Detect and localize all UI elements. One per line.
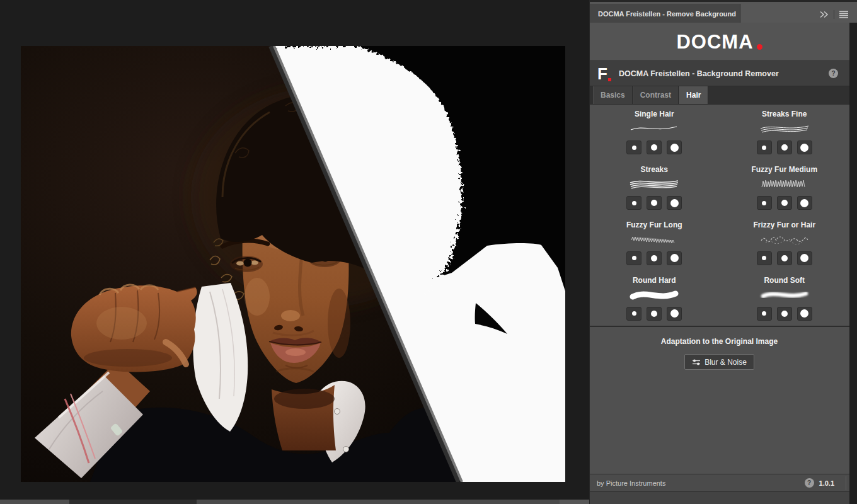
brush-size-small-button[interactable] xyxy=(757,196,772,210)
brush-group-streaks: Streaks xyxy=(589,160,720,215)
brush-size-medium-button[interactable] xyxy=(777,251,792,265)
blur-noise-button-label: Blur & Noise xyxy=(705,358,747,367)
brush-label: Streaks xyxy=(641,165,668,174)
brush-preview-fuzzy-fur-medium-icon xyxy=(758,176,811,192)
adaptation-section: Adaptation to the Original Image Blur & … xyxy=(589,326,849,474)
brush-preview-frizzy-fur-or-hair-icon xyxy=(758,232,811,247)
app-window: DOCMA Freistellen - Remove Background DO… xyxy=(0,0,857,504)
footer-help-icon[interactable]: ? xyxy=(805,478,814,488)
brush-size-small-button[interactable] xyxy=(757,307,772,321)
brush-size-small-button[interactable] xyxy=(626,251,641,265)
tab-strip: Basics Contrast Hair xyxy=(589,86,849,105)
brush-size-large-button[interactable] xyxy=(797,140,812,154)
docma-logo-red-dot-icon xyxy=(757,44,762,50)
brush-size-large-button[interactable] xyxy=(667,140,682,154)
tab-hair[interactable]: Hair xyxy=(679,86,708,104)
hair-brush-grid: Single Hair Streaks Fine xyxy=(589,105,849,326)
panel-tab[interactable]: DOCMA Freistellen - Remove Background xyxy=(589,4,740,25)
brush-preview-single-hair-icon xyxy=(628,121,681,136)
brush-label: Fuzzy Fur Medium xyxy=(751,165,817,174)
brush-size-medium-button[interactable] xyxy=(647,140,662,154)
panel-tab-title: DOCMA Freistellen - Remove Background xyxy=(598,10,736,18)
brush-label: Frizzy Fur or Hair xyxy=(753,220,815,229)
logo-area: DOCMA xyxy=(589,23,849,60)
panel-menu-icon[interactable] xyxy=(839,11,848,18)
docma-logo: DOCMA xyxy=(676,32,762,52)
brush-preview-fuzzy-fur-long-icon xyxy=(628,232,681,247)
version-label: 1.0.1 xyxy=(819,479,834,487)
docma-logo-text: DOCMA xyxy=(676,32,753,52)
brush-group-streaks-fine: Streaks Fine xyxy=(720,105,850,160)
document-canvas-image[interactable] xyxy=(21,46,565,482)
freistellen-f-icon: F xyxy=(597,66,613,82)
brush-group-fuzzy-fur-long: Fuzzy Fur Long xyxy=(589,215,720,271)
brush-preview-round-hard-icon xyxy=(628,287,681,302)
credit-text: by Picture Instruments xyxy=(597,479,665,487)
brush-label: Fuzzy Fur Long xyxy=(626,220,682,229)
plugin-panel: DOCMA Freistellen - Remove Background DO… xyxy=(589,0,857,504)
brush-group-single-hair: Single Hair xyxy=(589,105,720,160)
panel-right-edge xyxy=(849,23,857,504)
brush-size-small-button[interactable] xyxy=(757,251,772,265)
brush-size-large-button[interactable] xyxy=(667,307,682,321)
brush-preview-streaks-fine-icon xyxy=(758,121,811,136)
footer-divider xyxy=(846,476,846,490)
brush-size-small-button[interactable] xyxy=(626,140,641,154)
panel-footer: by Picture Instruments ? 1.0.1 xyxy=(589,474,849,492)
header-separator xyxy=(834,10,834,19)
help-icon[interactable]: ? xyxy=(829,69,838,78)
brush-label: Round Soft xyxy=(764,276,805,285)
brush-size-large-button[interactable] xyxy=(667,251,682,265)
brush-size-medium-button[interactable] xyxy=(777,307,792,321)
plugin-title: DOCMA Freistellen - Background Remover xyxy=(619,69,779,78)
brush-group-round-soft: Round Soft xyxy=(720,270,850,326)
brush-group-fuzzy-fur-medium: Fuzzy Fur Medium xyxy=(720,160,850,215)
brush-size-medium-button[interactable] xyxy=(647,251,662,265)
tab-contrast[interactable]: Contrast xyxy=(633,86,679,104)
adaptation-heading: Adaptation to the Original Image xyxy=(661,337,778,346)
tab-basics[interactable]: Basics xyxy=(593,86,633,104)
brush-label: Single Hair xyxy=(635,110,674,118)
brush-group-round-hard: Round Hard xyxy=(589,270,720,326)
brush-group-frizzy-fur-or-hair: Frizzy Fur or Hair xyxy=(720,215,850,271)
brush-preview-streaks-icon xyxy=(628,176,681,192)
brush-size-large-button[interactable] xyxy=(797,251,812,265)
brush-size-large-button[interactable] xyxy=(797,196,812,210)
brush-size-small-button[interactable] xyxy=(757,140,772,154)
brush-size-small-button[interactable] xyxy=(626,196,641,210)
panel-left-border xyxy=(589,0,590,504)
blur-noise-button[interactable]: Blur & Noise xyxy=(684,354,754,370)
horizontal-scrollbar[interactable] xyxy=(0,500,589,504)
panel-header-bar: DOCMA Freistellen - Remove Background xyxy=(589,0,857,23)
brush-size-medium-button[interactable] xyxy=(647,196,662,210)
panel-bottom-strip xyxy=(589,492,849,504)
brush-size-large-button[interactable] xyxy=(667,196,682,210)
plugin-title-row: F DOCMA Freistellen - Background Remover… xyxy=(589,60,849,86)
sliders-icon xyxy=(692,358,701,366)
before-after-split-preview xyxy=(21,46,565,482)
brush-size-medium-button[interactable] xyxy=(777,140,792,154)
document-canvas[interactable] xyxy=(0,0,589,504)
brush-size-medium-button[interactable] xyxy=(647,307,662,321)
brush-size-small-button[interactable] xyxy=(626,307,641,321)
brush-preview-round-soft-icon xyxy=(758,287,811,302)
brush-label: Streaks Fine xyxy=(762,110,807,118)
collapse-panel-icon[interactable] xyxy=(819,10,829,19)
brush-size-medium-button[interactable] xyxy=(777,196,792,210)
brush-size-large-button[interactable] xyxy=(797,307,812,321)
brush-label: Round Hard xyxy=(633,276,676,285)
f-icon-red-dot xyxy=(608,78,611,81)
